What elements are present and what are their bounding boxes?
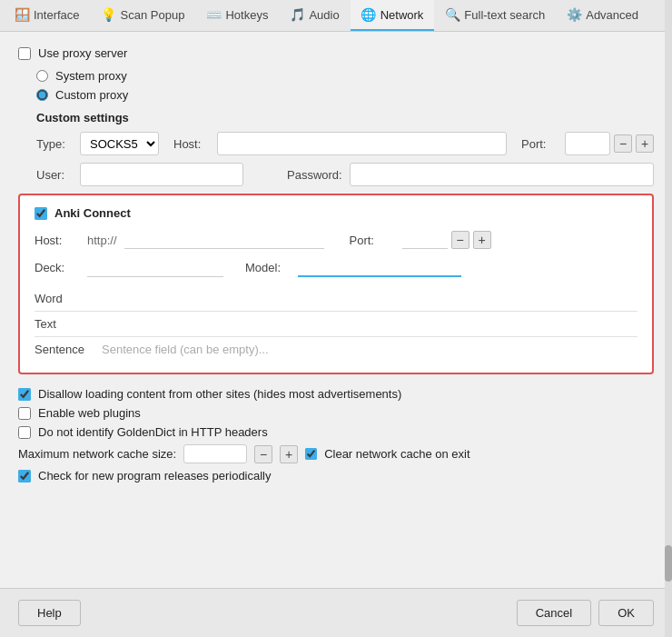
anki-header: Anki Connect [35, 206, 637, 220]
audio-icon: 🎵 [290, 7, 304, 22]
anki-deck-label: Deck: [35, 261, 80, 274]
anki-host-row: Host: http:// 127.0.0.1 Port: 8765 − + [35, 231, 637, 249]
use-proxy-checkbox[interactable] [18, 47, 31, 60]
custom-proxy-row: Custom proxy [36, 88, 654, 102]
port-label: Port: [521, 137, 558, 151]
footer-right-buttons: Cancel OK [517, 600, 654, 626]
help-button[interactable]: Help [18, 600, 81, 626]
advanced-icon: ⚙️ [567, 7, 581, 22]
clear-cache-label: Clear network cache on exit [324, 447, 469, 461]
anki-connect-box: Anki Connect Host: http:// 127.0.0.1 Por… [18, 194, 654, 374]
anki-connect-title: Anki Connect [54, 206, 131, 220]
tab-scan-popup[interactable]: 💡 Scan Popup [91, 0, 196, 31]
custom-settings-label: Custom settings [36, 111, 654, 124]
anki-deck-input[interactable]: 全::例文::New [87, 259, 223, 277]
anki-model-label: Model: [245, 261, 291, 274]
system-proxy-row: System proxy [36, 69, 654, 83]
fulltext-icon: 🔍 [445, 7, 460, 22]
anki-word-input[interactable]: Front [98, 292, 637, 305]
check-releases-row: Check for new program releases periodica… [18, 469, 654, 483]
anki-port-controls: 8765 − + [402, 231, 491, 249]
hotkeys-icon: ⌨️ [206, 7, 221, 22]
user-label: User: [36, 168, 73, 182]
no-identify-row: Do not identify GoldenDict in HTTP heade… [18, 425, 654, 439]
anki-sentence-label: Sentence [35, 343, 98, 356]
clear-cache-checkbox[interactable] [305, 448, 317, 460]
no-identify-checkbox[interactable] [18, 426, 31, 439]
tab-hotkeys[interactable]: ⌨️ Hotkeys [195, 0, 279, 31]
use-proxy-row: Use proxy server [18, 46, 654, 60]
anki-host-prefix: http:// [87, 234, 117, 247]
user-input[interactable] [80, 163, 243, 186]
cache-decrement[interactable]: − [254, 445, 272, 463]
port-input[interactable]: 3128 [565, 132, 610, 155]
anki-text-input[interactable]: Back [98, 317, 637, 331]
tab-audio[interactable]: 🎵 Audio [279, 0, 350, 31]
ok-button[interactable]: OK [598, 600, 654, 626]
password-input[interactable] [350, 163, 654, 186]
anki-port-input[interactable]: 8765 [402, 231, 448, 249]
anki-host-input[interactable]: 127.0.0.1 [124, 231, 324, 249]
system-proxy-label: System proxy [55, 69, 127, 83]
app-window: 🪟 Interface 💡 Scan Popup ⌨️ Hotkeys 🎵 Au… [0, 0, 672, 637]
disallow-checkbox[interactable] [18, 388, 31, 401]
port-controls: 3128 − + [565, 132, 654, 155]
proxy-type-group: System proxy Custom proxy [36, 69, 654, 102]
anki-port-label: Port: [350, 234, 395, 247]
check-releases-label: Check for new program releases periodica… [38, 469, 272, 483]
main-content: Use proxy server System proxy Custom pro… [0, 32, 672, 503]
custom-proxy-radio[interactable] [36, 89, 48, 101]
cancel-button[interactable]: Cancel [517, 600, 591, 626]
cache-increment[interactable]: + [280, 445, 298, 463]
footer: Help Cancel OK [0, 588, 672, 637]
cache-row: Maximum network cache size: 50 MiB − + C… [18, 444, 654, 463]
type-select[interactable]: SOCKS5 HTTP [80, 132, 159, 155]
network-icon: 🌐 [361, 7, 376, 22]
disallow-label: Disallow loading content from other site… [38, 387, 401, 401]
anki-connect-checkbox[interactable] [35, 207, 47, 220]
anki-host-label: Host: [35, 234, 80, 247]
tab-bar: 🪟 Interface 💡 Scan Popup ⌨️ Hotkeys 🎵 Au… [0, 0, 672, 32]
disallow-row: Disallow loading content from other site… [18, 387, 654, 401]
port-increment[interactable]: + [636, 134, 654, 153]
user-password-row: User: Password: [36, 163, 654, 186]
check-releases-checkbox[interactable] [18, 470, 31, 483]
password-label: Password: [287, 168, 342, 182]
cache-input[interactable]: 50 MiB [183, 444, 247, 463]
scrollbar-thumb [665, 545, 672, 582]
web-plugins-row: Enable web plugins [18, 406, 654, 420]
host-input[interactable] [217, 132, 507, 155]
anki-deck-model-row: Deck: 全::例文::New Model: Basic [35, 258, 637, 277]
anki-sentence-row: Sentence [35, 337, 637, 362]
tab-fulltext[interactable]: 🔍 Full-text search [434, 0, 556, 31]
host-label: Host: [173, 137, 210, 151]
anki-model-input[interactable]: Basic [298, 258, 461, 277]
tab-network[interactable]: 🌐 Network [351, 0, 435, 31]
tab-interface[interactable]: 🪟 Interface [4, 0, 91, 31]
custom-proxy-label: Custom proxy [55, 88, 128, 102]
anki-word-label: Word [35, 292, 98, 305]
interface-icon: 🪟 [15, 7, 29, 22]
system-proxy-radio[interactable] [36, 70, 48, 82]
use-proxy-label: Use proxy server [38, 46, 127, 60]
anki-port-decrement[interactable]: − [451, 231, 469, 249]
port-decrement[interactable]: − [614, 134, 632, 153]
anki-text-row: Text Back [35, 312, 637, 337]
tab-advanced[interactable]: ⚙️ Advanced [556, 0, 649, 31]
web-plugins-label: Enable web plugins [38, 406, 141, 420]
scrollbar[interactable] [665, 0, 672, 637]
no-identify-label: Do not identify GoldenDict in HTTP heade… [38, 425, 268, 439]
proxy-type-host-row: Type: SOCKS5 HTTP Host: Port: 3128 − + [36, 132, 654, 155]
type-label: Type: [36, 137, 73, 151]
cache-label: Maximum network cache size: [18, 447, 176, 461]
web-plugins-checkbox[interactable] [18, 407, 31, 420]
scan-popup-icon: 💡 [102, 7, 116, 22]
anki-word-row: Word Front [35, 286, 637, 312]
anki-text-label: Text [35, 317, 98, 331]
anki-sentence-input[interactable] [98, 343, 637, 356]
anki-port-increment[interactable]: + [473, 231, 491, 249]
